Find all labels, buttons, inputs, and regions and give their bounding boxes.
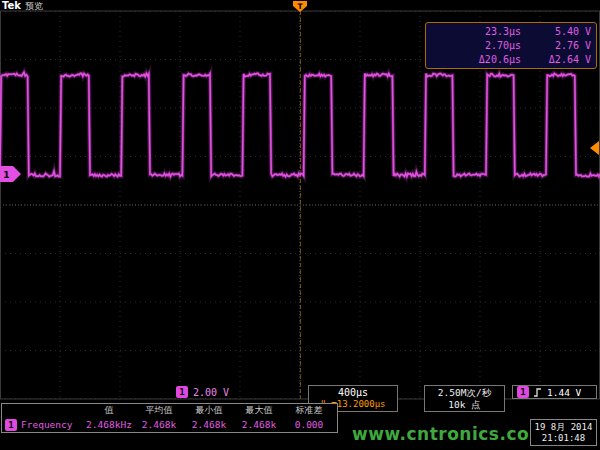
svg-text:1: 1	[3, 170, 9, 180]
trigger-box[interactable]: 1 1.44 V	[512, 385, 597, 399]
meas-header-std: 标准差	[284, 404, 334, 417]
datetime-box: 19 8月 2014 21:01:48	[530, 419, 597, 446]
record-length-value: 10k 点	[425, 399, 504, 411]
trigger-source-badge: 1	[517, 386, 529, 398]
meas-channel-badge: 1	[5, 419, 17, 431]
trigger-level-value: 1.44 V	[547, 387, 581, 398]
acquisition-box[interactable]: 2.50M次/秒 10k 点	[424, 385, 505, 412]
date-value: 19 8月 2014	[531, 422, 596, 433]
cursor-row-a: 23.3µs 5.40 V	[431, 26, 591, 37]
watermark-text: www.cntronics.com	[352, 424, 547, 444]
cursor-a-volt: 5.40 V	[521, 26, 591, 37]
cursor-delta-time: Δ20.6µs	[439, 54, 521, 65]
meas-header-mean: 平均值	[134, 404, 184, 417]
meas-min: 2.468k	[184, 419, 234, 430]
brand-logo: Tek	[2, 0, 21, 11]
time-value: 21:01:48	[531, 433, 596, 444]
measurement-row-frequency: 1 Frequency 2.468kHz 2.468k 2.468k 2.468…	[2, 417, 337, 432]
cursor-b-time: 2.70µs	[439, 40, 521, 51]
meas-mean: 2.468k	[134, 419, 184, 430]
meas-value: 2.468kHz	[84, 419, 134, 430]
measurement-panel: 值 平均值 最小值 最大值 标准差 1 Frequency 2.468kHz 2…	[1, 403, 338, 433]
channel-scale-readout[interactable]: 1 2.00 V	[176, 386, 229, 398]
cursor-b-volt: 2.76 V	[521, 40, 591, 51]
oscilloscope-screen: 1T Tek 预览 23.3µs 5.40 V 2.70µs 2.76 V Δ2…	[0, 0, 600, 450]
channel-badge: 1	[176, 386, 188, 398]
acquisition-mode-label: 预览	[25, 0, 43, 13]
cursor-readout-panel: 23.3µs 5.40 V 2.70µs 2.76 V Δ20.6µs Δ2.6…	[425, 22, 597, 69]
meas-header-value: 值	[84, 404, 134, 417]
meas-header-max: 最大值	[234, 404, 284, 417]
meas-max: 2.468k	[234, 419, 284, 430]
meas-header-min: 最小值	[184, 404, 234, 417]
sample-rate-value: 2.50M次/秒	[425, 387, 504, 399]
timebase-value: 400µs	[309, 387, 397, 399]
measurement-headers: 值 平均值 最小值 最大值 标准差	[2, 404, 337, 417]
meas-std: 0.000	[284, 419, 334, 430]
cursor-row-b: 2.70µs 2.76 V	[431, 40, 591, 51]
svg-text:T: T	[297, 2, 303, 11]
delay-value: 13.2000µs	[337, 399, 386, 409]
cursor-delta-row: Δ20.6µs Δ2.64 V	[431, 54, 591, 65]
cursor-a-time: 23.3µs	[439, 26, 521, 37]
meas-name: Frequency	[21, 419, 84, 430]
rising-edge-slope-icon	[533, 387, 543, 398]
cursor-delta-volt: Δ2.64 V	[521, 54, 591, 65]
channel-scale-value: 2.00 V	[193, 387, 229, 398]
